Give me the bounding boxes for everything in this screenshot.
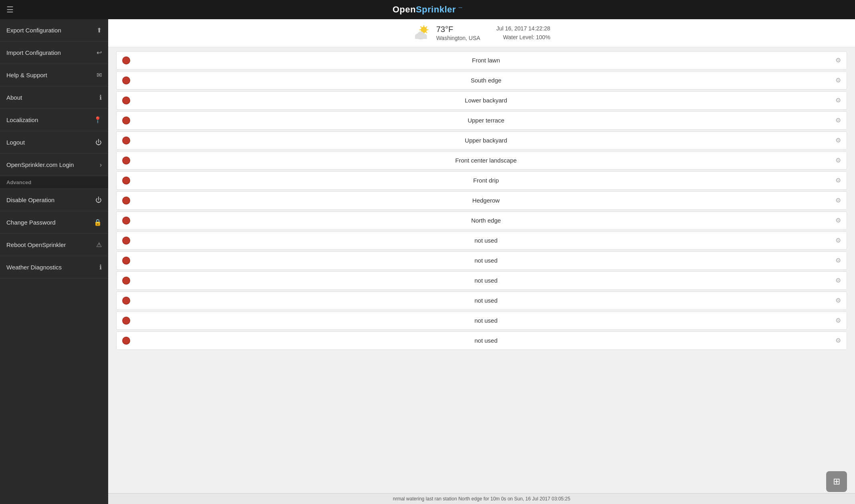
station-row: Front center landscape⚙ bbox=[116, 151, 847, 170]
status-bar: nrmal watering last ran station North ed… bbox=[108, 493, 855, 504]
power-off-icon: ⏻ bbox=[95, 197, 102, 204]
station-indicator bbox=[122, 76, 130, 84]
station-gear-icon[interactable]: ⚙ bbox=[835, 277, 841, 284]
sidebar-item-about[interactable]: About ℹ bbox=[0, 86, 108, 109]
warning-icon: ⚠ bbox=[96, 241, 102, 249]
station-row: not used⚙ bbox=[116, 331, 847, 350]
station-row: Front drip⚙ bbox=[116, 171, 847, 190]
content: 73°F Washington, USA Jul 16, 2017 14:22:… bbox=[108, 19, 855, 504]
logo-text: OpenSprinkler ··· bbox=[393, 4, 463, 15]
station-gear-icon[interactable]: ⚙ bbox=[835, 56, 841, 64]
sidebar-item-localization[interactable]: Localization 📍 bbox=[0, 109, 108, 131]
station-row: not used⚙ bbox=[116, 311, 847, 330]
station-indicator bbox=[122, 96, 130, 104]
header: ☰ OpenSprinkler ··· bbox=[0, 0, 855, 19]
weather-water-level: Water Level: 100% bbox=[496, 33, 551, 42]
station-indicator bbox=[122, 197, 130, 205]
station-gear-icon[interactable]: ⚙ bbox=[835, 337, 841, 344]
sidebar: Export Configuration ⬆ Import Configurat… bbox=[0, 19, 108, 504]
station-row: Hedgerow⚙ bbox=[116, 191, 847, 210]
lock-icon: 🔒 bbox=[94, 219, 102, 226]
sidebar-item-export-config[interactable]: Export Configuration ⬆ bbox=[0, 19, 108, 42]
station-name: Hedgerow bbox=[137, 197, 835, 204]
sidebar-item-import-config[interactable]: Import Configuration ↩ bbox=[0, 42, 108, 64]
station-name: North edge bbox=[137, 217, 835, 224]
station-name: Upper terrace bbox=[137, 117, 835, 124]
mail-icon: ✉ bbox=[97, 71, 102, 79]
station-row: Front lawn⚙ bbox=[116, 51, 847, 70]
station-indicator bbox=[122, 116, 130, 124]
weather-icon bbox=[413, 25, 432, 41]
sidebar-item-change-password[interactable]: Change Password 🔒 bbox=[0, 211, 108, 234]
station-name: Front lawn bbox=[137, 57, 835, 64]
station-gear-icon[interactable]: ⚙ bbox=[835, 197, 841, 204]
station-gear-icon[interactable]: ⚙ bbox=[835, 76, 841, 84]
info-circle-icon: ℹ bbox=[99, 263, 102, 271]
sidebar-item-logout[interactable]: Logout ⏻ bbox=[0, 131, 108, 154]
sidebar-item-weather-diagnostics[interactable]: Weather Diagnostics ℹ bbox=[0, 256, 108, 279]
station-gear-icon[interactable]: ⚙ bbox=[835, 137, 841, 144]
station-indicator bbox=[122, 257, 130, 265]
station-name: not used bbox=[137, 317, 835, 324]
station-name: not used bbox=[137, 297, 835, 304]
station-name: Lower backyard bbox=[137, 97, 835, 104]
station-gear-icon[interactable]: ⚙ bbox=[835, 157, 841, 164]
station-row: not used⚙ bbox=[116, 271, 847, 290]
main-layout: Export Configuration ⬆ Import Configurat… bbox=[0, 19, 855, 504]
weather-location: Washington, USA bbox=[436, 35, 480, 41]
station-gear-icon[interactable]: ⚙ bbox=[835, 116, 841, 124]
weather-datetime: Jul 16, 2017 14:22:28 bbox=[496, 24, 551, 33]
station-row: North edge⚙ bbox=[116, 211, 847, 230]
station-indicator bbox=[122, 277, 130, 285]
station-indicator bbox=[122, 56, 130, 64]
svg-line-5 bbox=[421, 27, 421, 28]
station-indicator bbox=[122, 337, 130, 345]
sidebar-item-help-support[interactable]: Help & Support ✉ bbox=[0, 64, 108, 86]
station-list: Front lawn⚙South edge⚙Lower backyard⚙Upp… bbox=[108, 47, 855, 493]
sidebar-item-reboot[interactable]: Reboot OpenSprinkler ⚠ bbox=[0, 234, 108, 256]
station-gear-icon[interactable]: ⚙ bbox=[835, 297, 841, 304]
weather-bar: 73°F Washington, USA Jul 16, 2017 14:22:… bbox=[108, 19, 855, 47]
station-indicator bbox=[122, 137, 130, 145]
location-icon: 📍 bbox=[94, 116, 102, 124]
info-icon: ℹ bbox=[99, 94, 102, 101]
station-name: not used bbox=[137, 337, 835, 344]
station-gear-icon[interactable]: ⚙ bbox=[835, 257, 841, 264]
station-name: not used bbox=[137, 237, 835, 244]
station-row: South edge⚙ bbox=[116, 71, 847, 90]
weather-temp: 73°F bbox=[436, 25, 480, 34]
svg-line-7 bbox=[426, 27, 427, 28]
chevron-right-icon: › bbox=[100, 161, 102, 169]
station-name: not used bbox=[137, 277, 835, 284]
station-row: Upper backyard⚙ bbox=[116, 131, 847, 150]
import-icon: ↩ bbox=[97, 49, 102, 56]
station-row: not used⚙ bbox=[116, 231, 847, 250]
station-indicator bbox=[122, 297, 130, 305]
fab-button[interactable]: ⊞ bbox=[826, 471, 847, 492]
menu-icon[interactable]: ☰ bbox=[6, 5, 14, 14]
station-indicator bbox=[122, 217, 130, 225]
station-indicator bbox=[122, 157, 130, 165]
sidebar-item-opensprinkler-login[interactable]: OpenSprinkler.com Login › bbox=[0, 154, 108, 176]
station-name: Upper backyard bbox=[137, 137, 835, 144]
station-name: not used bbox=[137, 257, 835, 264]
export-icon: ⬆ bbox=[97, 26, 102, 34]
logo: OpenSprinkler ··· bbox=[393, 4, 463, 15]
station-indicator bbox=[122, 237, 130, 245]
station-name: South edge bbox=[137, 77, 835, 84]
station-row: not used⚙ bbox=[116, 291, 847, 310]
station-indicator bbox=[122, 317, 130, 325]
station-row: Upper terrace⚙ bbox=[116, 111, 847, 130]
station-gear-icon[interactable]: ⚙ bbox=[835, 237, 841, 244]
svg-rect-12 bbox=[415, 36, 427, 39]
fab-icon: ⊞ bbox=[833, 476, 840, 487]
station-gear-icon[interactable]: ⚙ bbox=[835, 96, 841, 104]
station-gear-icon[interactable]: ⚙ bbox=[835, 317, 841, 324]
station-gear-icon[interactable]: ⚙ bbox=[835, 217, 841, 224]
svg-line-6 bbox=[426, 32, 427, 33]
station-name: Front center landscape bbox=[137, 157, 835, 164]
station-gear-icon[interactable]: ⚙ bbox=[835, 177, 841, 184]
station-indicator bbox=[122, 177, 130, 185]
sidebar-item-disable-operation[interactable]: Disable Operation ⏻ bbox=[0, 189, 108, 211]
power-icon: ⏻ bbox=[95, 139, 102, 146]
